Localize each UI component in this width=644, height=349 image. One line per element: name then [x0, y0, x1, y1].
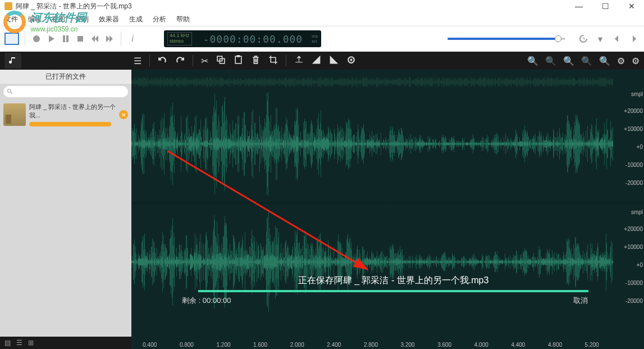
menu-help[interactable]: 帮助: [176, 15, 190, 24]
amp-label: +0: [637, 262, 643, 268]
save-status-text: 正在保存阿肆 _ 郭采洁 - 世界上的另一个我.mp3: [176, 275, 610, 287]
amp-label: -20000: [625, 180, 643, 186]
file-close-button[interactable]: ✕: [119, 110, 128, 119]
search-input[interactable]: [3, 86, 128, 97]
amp-unit-bottom: smpl: [631, 209, 643, 215]
menu-bar: 文件 编辑 视图 控制 效果器 生成 分析 帮助: [0, 12, 644, 26]
app-icon: [4, 2, 12, 10]
amp-label: -10000: [625, 280, 643, 286]
crop-button[interactable]: [268, 55, 278, 67]
zoom-out-button[interactable]: 🔍: [545, 56, 556, 66]
redo-button[interactable]: [175, 55, 185, 67]
title-bar: 阿肆 _ 郭采洁 - 世界上的另一个我.mp3 — ☐ ✕: [0, 0, 644, 12]
play-button[interactable]: [45, 33, 57, 44]
record-button[interactable]: [31, 33, 42, 44]
svg-rect-3: [77, 36, 83, 42]
menu-generate[interactable]: 生成: [129, 15, 143, 24]
forward-button[interactable]: [104, 33, 115, 44]
loop-button[interactable]: [346, 55, 356, 67]
main-toolbar: i 44.1 kHz stereo -0000:00:00.000 msed ▾: [0, 26, 644, 52]
next-button[interactable]: [628, 33, 640, 44]
menu-edit[interactable]: 编辑: [28, 15, 42, 24]
sidebar-footer: ▤ ☰ ⊞: [0, 337, 131, 349]
time-display: 44.1 kHz stereo -0000:00:00.000 msed: [164, 30, 321, 47]
menu-view[interactable]: 视图: [52, 15, 65, 24]
svg-point-10: [8, 89, 11, 93]
fade-out-button[interactable]: [329, 55, 339, 67]
fade-in-button[interactable]: [312, 55, 321, 67]
selection-tool-button[interactable]: [4, 33, 19, 45]
save-progress-bar: [198, 290, 589, 292]
amp-label: +10000: [624, 244, 643, 250]
prev-button[interactable]: [611, 33, 623, 44]
time-counter: -0000:00:00.000: [197, 33, 310, 45]
copy-button[interactable]: [216, 55, 226, 67]
amp-label: +20000: [624, 108, 643, 114]
window-title: 阿肆 _ 郭采洁 - 世界上的另一个我.mp3: [16, 2, 570, 11]
time-scale: 0.4000.8001.200 1.6002.0002.400 2.8003.2…: [131, 342, 610, 348]
pause-button[interactable]: [60, 33, 71, 44]
remaining-label: 剩余: [182, 296, 197, 305]
dropdown-icon[interactable]: ▾: [595, 33, 606, 44]
view-mode-c-icon[interactable]: ⊞: [28, 339, 34, 347]
tool-b-button[interactable]: ⚙: [632, 56, 640, 66]
amp-label: -20000: [625, 298, 643, 304]
svg-point-0: [33, 35, 40, 42]
tool-a-button[interactable]: ⚙: [617, 56, 625, 66]
hamburger-icon[interactable]: ☰: [134, 56, 141, 66]
svg-point-9: [350, 58, 352, 60]
rewind-button[interactable]: [89, 33, 101, 44]
zoom-vertical-button[interactable]: 🔍: [599, 56, 610, 66]
info-button[interactable]: i: [127, 33, 138, 44]
save-progress-overlay: 正在保存阿肆 _ 郭采洁 - 世界上的另一个我.mp3 剩余 : 00:00:0…: [176, 275, 610, 306]
file-list-item[interactable]: 阿肆 _ 郭采洁 - 世界上的另一个我... ✕: [0, 99, 131, 130]
menu-effects[interactable]: 效果器: [99, 15, 119, 24]
amp-unit-top: smpl: [631, 91, 643, 97]
svg-rect-1: [63, 35, 65, 42]
file-thumbnail: [3, 103, 26, 126]
volume-slider[interactable]: [447, 38, 565, 40]
amp-label: +20000: [624, 226, 643, 232]
close-button[interactable]: ✕: [624, 2, 640, 11]
marker-button[interactable]: [294, 55, 304, 67]
cut-button[interactable]: ✂: [201, 56, 208, 66]
sidebar: 已打开的文件 阿肆 _ 郭采洁 - 世界上的另一个我... ✕ ▤ ☰ ⊞: [0, 70, 131, 349]
paste-button[interactable]: [234, 55, 243, 67]
remaining-time: : 00:00:00: [199, 296, 231, 305]
amp-label: +0: [637, 144, 643, 150]
svg-rect-2: [66, 35, 68, 42]
menu-control[interactable]: 控制: [75, 15, 89, 24]
zoom-fit-button[interactable]: 🔍: [581, 56, 592, 66]
amp-label: +10000: [624, 126, 643, 132]
file-name: 阿肆 _ 郭采洁 - 世界上的另一个我...: [29, 103, 116, 120]
stop-button[interactable]: [75, 33, 86, 44]
view-mode-b-icon[interactable]: ☰: [16, 339, 22, 347]
menu-analyze[interactable]: 分析: [153, 15, 166, 24]
time-unit: msed: [312, 34, 318, 44]
zoom-selection-button[interactable]: 🔍: [563, 56, 574, 66]
undo-button[interactable]: [158, 55, 167, 67]
svg-rect-6: [235, 56, 241, 64]
history-button[interactable]: [578, 33, 589, 44]
file-progress: [29, 122, 111, 126]
cancel-button[interactable]: 取消: [573, 296, 588, 306]
view-mode-a-icon[interactable]: ▤: [4, 339, 11, 347]
delete-button[interactable]: [251, 55, 261, 67]
maximize-button[interactable]: ☐: [597, 2, 614, 11]
amp-label: -10000: [625, 162, 643, 168]
waveform-view[interactable]: smpl +20000 +10000 +0 -10000 -20000 smpl…: [131, 70, 644, 349]
channel-mode: stereo: [170, 39, 190, 44]
sidebar-heading: 已打开的文件: [0, 70, 131, 84]
minimize-button[interactable]: —: [570, 2, 587, 11]
zoom-in-button[interactable]: 🔍: [527, 56, 538, 66]
track-tab[interactable]: [4, 53, 21, 69]
edit-toolbar: ☰ ✂ 🔍 🔍 🔍 🔍 🔍 ⚙ ⚙: [0, 52, 644, 70]
svg-rect-7: [237, 55, 239, 57]
menu-file[interactable]: 文件: [4, 15, 18, 24]
